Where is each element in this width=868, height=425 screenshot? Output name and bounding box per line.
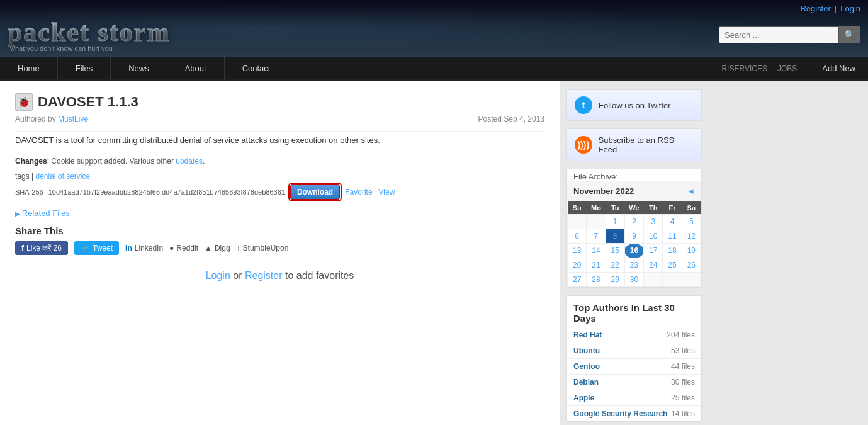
calendar-day-link[interactable]: 17: [649, 246, 657, 255]
author-name-link[interactable]: Gentoo: [573, 362, 600, 371]
calendar-day[interactable]: 1: [606, 215, 624, 229]
action-links: Favorite View: [345, 188, 395, 196]
stumbleupon-link[interactable]: ↑ StumbleUpon: [237, 244, 289, 252]
calendar-day-link[interactable]: 30: [630, 275, 638, 284]
nav-about[interactable]: About: [167, 57, 225, 79]
nav-contact[interactable]: Contact: [225, 57, 289, 79]
site-header: Register | Login packet storm what you d…: [0, 0, 868, 57]
calendar-day[interactable]: 24: [644, 258, 663, 273]
calendar-day-link[interactable]: 9: [632, 232, 636, 241]
calendar-day[interactable]: 22: [606, 258, 624, 273]
calendar-day[interactable]: 14: [587, 244, 606, 258]
search-button[interactable]: 🔍: [838, 26, 860, 43]
calendar-day-link[interactable]: 2: [632, 217, 636, 226]
calendar-day[interactable]: 6: [568, 229, 587, 244]
calendar-day-link[interactable]: 4: [670, 217, 675, 226]
calendar-day[interactable]: 2: [624, 215, 643, 229]
calendar-day[interactable]: 4: [663, 215, 682, 229]
tw-label: Tweet: [93, 244, 113, 252]
tag-link-dos[interactable]: denial of service: [35, 172, 90, 181]
register-link[interactable]: Register: [800, 4, 830, 13]
calendar-day-link[interactable]: 1: [613, 217, 617, 226]
calendar-day-link[interactable]: 20: [573, 261, 581, 269]
facebook-like-button[interactable]: f Like करें 26: [15, 241, 68, 255]
register-link-article[interactable]: Register: [245, 270, 283, 281]
digg-link[interactable]: ▲ Digg: [205, 244, 230, 252]
calendar-day[interactable]: 12: [682, 229, 701, 244]
calendar-day[interactable]: 18: [663, 244, 682, 258]
calendar-day-link[interactable]: 23: [630, 261, 638, 269]
calendar-day-link[interactable]: 13: [573, 246, 581, 255]
calendar-day-link[interactable]: 3: [651, 217, 655, 226]
calendar-day-link[interactable]: 5: [689, 217, 694, 226]
rss-subscribe-button[interactable]: )))) Subscribe to an RSS Feed: [567, 129, 701, 161]
twitter-follow-button[interactable]: t Follow us on Twitter: [567, 90, 701, 120]
calendar-day[interactable]: 23: [624, 258, 643, 273]
calendar-day[interactable]: 16: [624, 244, 643, 258]
or-text: or: [233, 270, 245, 281]
calendar-day[interactable]: 30: [624, 273, 643, 287]
search-input[interactable]: [719, 26, 838, 43]
nav-news[interactable]: News: [111, 57, 167, 79]
calendar-day[interactable]: 21: [587, 258, 606, 273]
calendar-day-link[interactable]: 6: [575, 232, 579, 241]
fb-icon: f: [21, 244, 24, 252]
calendar-day[interactable]: 15: [606, 244, 624, 258]
author-name-link[interactable]: Ubuntu: [573, 346, 600, 355]
author-name-link[interactable]: Red Hat: [573, 331, 602, 339]
calendar-day-link[interactable]: 22: [611, 261, 619, 269]
sidebar: t Follow us on Twitter )))) Subscribe to…: [560, 81, 708, 425]
calendar-day-link[interactable]: 29: [611, 275, 619, 284]
login-link-article[interactable]: Login: [206, 270, 230, 281]
calendar-day[interactable]: 25: [663, 258, 682, 273]
calendar-day[interactable]: 3: [644, 215, 663, 229]
download-button[interactable]: Download: [290, 184, 340, 200]
author-link[interactable]: MustLive: [58, 115, 88, 123]
calendar-day-link[interactable]: 12: [687, 232, 696, 241]
calendar-prev[interactable]: ◄: [687, 186, 695, 196]
linkedin-link[interactable]: in LinkedIn: [125, 244, 163, 252]
calendar-day[interactable]: 28: [587, 273, 606, 287]
author-name-link[interactable]: Google Security Research: [573, 409, 667, 418]
reddit-link[interactable]: ● Reddit: [169, 244, 198, 252]
calendar-day[interactable]: 29: [606, 273, 624, 287]
calendar-day[interactable]: 27: [568, 273, 587, 287]
calendar-day-link[interactable]: 24: [649, 261, 657, 269]
calendar-day-link[interactable]: 11: [668, 232, 676, 241]
calendar-day[interactable]: 5: [682, 215, 701, 229]
calendar-day[interactable]: 11: [663, 229, 682, 244]
calendar-day[interactable]: 20: [568, 258, 587, 273]
twitter-tweet-button[interactable]: 🐦 Tweet: [74, 241, 119, 255]
calendar-day-link[interactable]: 15: [611, 246, 619, 255]
calendar-day-link[interactable]: 10: [649, 232, 657, 241]
calendar-day-link[interactable]: 8: [613, 232, 617, 241]
calendar-day-link[interactable]: 26: [687, 261, 696, 269]
calendar-day[interactable]: 8: [606, 229, 624, 244]
calendar-day-link[interactable]: 19: [687, 246, 696, 255]
favorite-link[interactable]: Favorite: [345, 188, 372, 196]
calendar-day[interactable]: 17: [644, 244, 663, 258]
calendar-day-link[interactable]: 25: [668, 261, 676, 269]
calendar-day[interactable]: 10: [644, 229, 663, 244]
calendar-day[interactable]: 9: [624, 229, 643, 244]
calendar-day-link[interactable]: 14: [592, 246, 600, 255]
view-link[interactable]: View: [379, 188, 395, 196]
author-name-link[interactable]: Debian: [573, 378, 599, 387]
calendar-day-link[interactable]: 27: [573, 275, 581, 284]
nav-home[interactable]: Home: [0, 57, 58, 79]
cal-header-mo: Mo: [587, 201, 606, 215]
calendar-day-link[interactable]: 28: [592, 275, 600, 284]
related-files[interactable]: Related Files: [15, 208, 544, 218]
login-link[interactable]: Login: [840, 4, 860, 13]
calendar-day[interactable]: 26: [682, 258, 701, 273]
calendar-day[interactable]: 19: [682, 244, 701, 258]
calendar-day[interactable]: 7: [587, 229, 606, 244]
calendar-day-link[interactable]: 21: [592, 261, 600, 269]
calendar-day-link[interactable]: 18: [668, 246, 676, 255]
nav-add-new[interactable]: Add New: [809, 57, 868, 79]
calendar-day[interactable]: 13: [568, 244, 587, 258]
nav-files[interactable]: Files: [58, 57, 111, 79]
updates-link[interactable]: updates: [176, 157, 203, 166]
author-name-link[interactable]: Apple: [573, 394, 594, 402]
calendar-day-link[interactable]: 7: [594, 232, 599, 241]
